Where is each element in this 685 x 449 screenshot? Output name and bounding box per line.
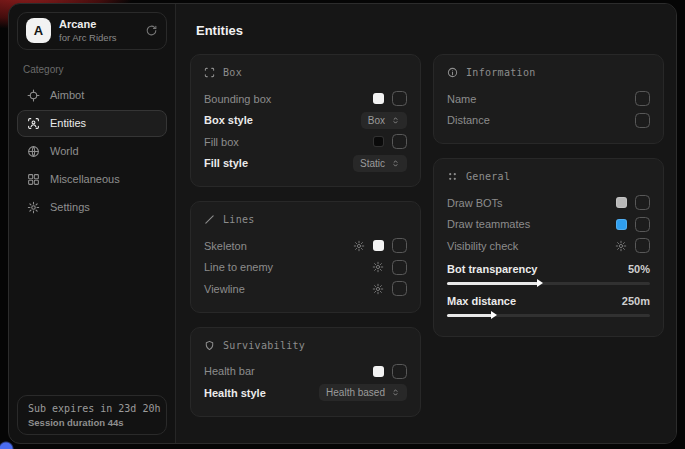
slider-value: 50% xyxy=(628,263,650,275)
checkbox[interactable] xyxy=(392,134,407,149)
chevron-updown-icon xyxy=(391,116,400,125)
setting-row-bounding-box: Bounding box xyxy=(204,88,407,110)
app-logo: A xyxy=(26,18,51,43)
slider-row-bot-transparency: Bot transparency 50% xyxy=(447,260,650,278)
gear-icon xyxy=(26,201,40,214)
setting-label: Line to enemy xyxy=(204,261,273,273)
setting-label: Draw teammates xyxy=(447,218,530,230)
panel-title-text: Survivability xyxy=(223,340,305,351)
setting-row-distance: Distance xyxy=(447,110,650,132)
setting-label: Bounding box xyxy=(204,93,271,105)
setting-row-name: Name xyxy=(447,88,650,110)
health-style-dropdown[interactable]: Health based xyxy=(319,384,407,401)
checkbox[interactable] xyxy=(392,364,407,379)
sub-expiry-text: Sub expires in 23d 20h xyxy=(28,403,156,414)
dropdown-value: Health based xyxy=(326,387,385,398)
sidebar-nav: Aimbot Entities World Miscellaneous xyxy=(17,81,167,222)
color-swatch[interactable] xyxy=(616,197,627,208)
sidebar-item-settings[interactable]: Settings xyxy=(17,194,167,221)
checkbox[interactable] xyxy=(635,238,650,253)
setting-label: Viewline xyxy=(204,283,245,295)
unload-refresh-icon[interactable] xyxy=(145,24,158,37)
gear-icon[interactable] xyxy=(372,283,384,295)
bot-transparency-slider[interactable] xyxy=(447,282,650,285)
app-window: A Arcane for Arc Riders Category Aimbot xyxy=(8,3,677,444)
checkbox[interactable] xyxy=(392,238,407,253)
setting-row-box-style: Box style Box xyxy=(204,110,407,132)
checkbox[interactable] xyxy=(392,91,407,106)
info-icon xyxy=(447,67,458,78)
setting-label: Visibility check xyxy=(447,240,518,252)
app-name: Arcane xyxy=(59,18,117,32)
setting-label: Name xyxy=(447,93,476,105)
panel-title-text: Lines xyxy=(223,214,255,225)
checkbox[interactable] xyxy=(635,91,650,106)
color-swatch[interactable] xyxy=(373,136,384,147)
shield-icon xyxy=(204,340,215,351)
setting-row-skeleton: Skeleton xyxy=(204,235,407,257)
color-swatch[interactable] xyxy=(373,93,384,104)
panel-survivability: Survivability Health bar Health style He… xyxy=(190,327,421,417)
setting-label: Health style xyxy=(204,387,266,399)
slider-knob[interactable] xyxy=(537,279,543,287)
setting-label: Draw BOTs xyxy=(447,197,503,209)
panel-lines: Lines Skeleton Line to enemy xyxy=(190,201,421,313)
gear-icon[interactable] xyxy=(353,240,365,252)
panel-title-text: Box xyxy=(223,67,242,78)
dropdown-value: Static xyxy=(360,158,385,169)
sidebar-item-label: Miscellaneous xyxy=(50,173,120,185)
checkbox[interactable] xyxy=(392,281,407,296)
setting-row-viewline: Viewline xyxy=(204,278,407,300)
color-swatch[interactable] xyxy=(616,219,627,230)
setting-label: Box style xyxy=(204,114,253,126)
main-content: Entities Box Bounding box xyxy=(175,4,676,443)
setting-label: Skeleton xyxy=(204,240,247,252)
checkbox[interactable] xyxy=(635,195,650,210)
gear-icon[interactable] xyxy=(615,240,627,252)
sidebar-item-entities[interactable]: Entities xyxy=(17,110,167,137)
sidebar-item-label: World xyxy=(50,145,79,157)
sidebar-item-label: Settings xyxy=(50,201,90,213)
color-swatch[interactable] xyxy=(373,240,384,251)
person-scan-icon xyxy=(26,117,40,130)
setting-row-health-bar: Health bar xyxy=(204,361,407,383)
slider-knob[interactable] xyxy=(491,311,497,319)
panel-information: Information Name Distance xyxy=(433,54,664,144)
setting-label: Max distance xyxy=(447,295,516,307)
chevron-updown-icon xyxy=(391,159,400,168)
box-brackets-icon xyxy=(204,67,215,78)
setting-row-draw-bots: Draw BOTs xyxy=(447,192,650,214)
max-distance-slider[interactable] xyxy=(447,314,650,317)
sidebar-item-world[interactable]: World xyxy=(17,138,167,165)
chevron-updown-icon xyxy=(391,388,400,397)
grid-icon xyxy=(26,173,40,186)
checkbox[interactable] xyxy=(635,217,650,232)
setting-label: Fill style xyxy=(204,157,248,169)
crosshair-icon xyxy=(26,89,40,102)
setting-label: Bot transparency xyxy=(447,263,537,275)
setting-label: Distance xyxy=(447,114,490,126)
setting-label: Fill box xyxy=(204,136,239,148)
setting-row-fill-box: Fill box xyxy=(204,131,407,153)
checkbox[interactable] xyxy=(635,113,650,128)
sidebar-item-aimbot[interactable]: Aimbot xyxy=(17,82,167,109)
session-duration-text: Session duration 44s xyxy=(28,417,156,428)
fill-style-dropdown[interactable]: Static xyxy=(353,155,407,172)
sidebar-item-miscellaneous[interactable]: Miscellaneous xyxy=(17,166,167,193)
checkbox[interactable] xyxy=(392,260,407,275)
box-style-dropdown[interactable]: Box xyxy=(361,112,407,129)
color-swatch[interactable] xyxy=(373,366,384,377)
setting-row-visibility-check: Visibility check xyxy=(447,235,650,257)
gear-icon[interactable] xyxy=(372,261,384,273)
panel-title-text: General xyxy=(466,171,510,182)
setting-label: Health bar xyxy=(204,365,255,377)
page-title: Entities xyxy=(196,23,664,38)
sidebar-item-label: Aimbot xyxy=(50,89,84,101)
dropdown-value: Box xyxy=(368,115,385,126)
setting-row-health-style: Health style Health based xyxy=(204,382,407,404)
category-label: Category xyxy=(23,64,161,75)
subscription-info: Sub expires in 23d 20h Session duration … xyxy=(17,395,167,435)
slider-value: 250m xyxy=(622,295,650,307)
sidebar-item-label: Entities xyxy=(50,117,86,129)
panel-title-text: Information xyxy=(466,67,536,78)
